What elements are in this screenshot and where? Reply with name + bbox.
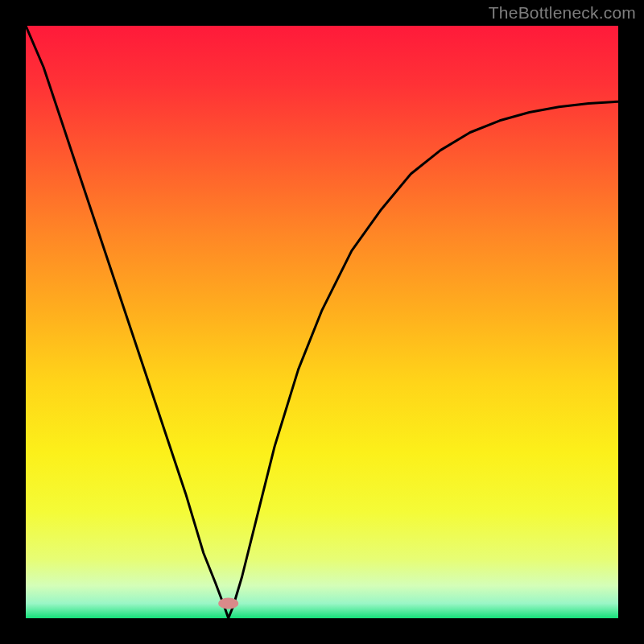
plot-area [26, 26, 618, 618]
watermark-text: TheBottleneck.com [489, 3, 636, 23]
gradient-background [26, 26, 618, 618]
plot-svg [26, 26, 618, 618]
stage: TheBottleneck.com [0, 0, 644, 644]
minimum-marker [218, 598, 238, 609]
